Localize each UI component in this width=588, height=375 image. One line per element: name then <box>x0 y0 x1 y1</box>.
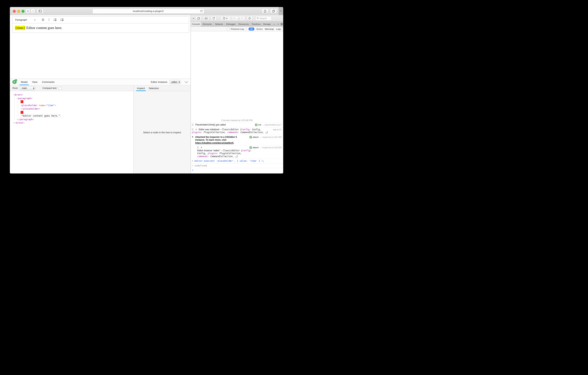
text-segment: < <box>13 93 15 96</box>
tab-inspect[interactable]: Inspect <box>135 85 147 91</box>
close-window-button[interactable] <box>13 10 16 13</box>
search-icon <box>257 17 259 19</box>
text-segment: plugins <box>208 152 217 155</box>
crosshair-icon <box>248 17 251 20</box>
inspect-selection-tabs: Inspect Selection <box>134 85 190 91</box>
source-location[interactable]: inspector.js:133:182 <box>262 136 282 139</box>
function-name[interactable]: attach <box>253 146 259 149</box>
tab-commands[interactable]: Commands <box>41 79 56 85</box>
tree-selection-marker-close[interactable]: ] <box>13 111 133 114</box>
reload-button[interactable] <box>200 10 203 13</box>
text-segment: [ <box>21 100 23 103</box>
tree-node-placeholder-open[interactable]: <placeholder name="time"> <box>13 104 133 107</box>
url-text: localhost/creating-a-plugin2/ <box>133 10 164 12</box>
zoom-window-button[interactable] <box>21 10 24 13</box>
url-bar[interactable]: localhost/creating-a-plugin2/ <box>93 9 204 14</box>
tab-console[interactable]: Console <box>191 22 201 26</box>
document-icon <box>223 17 225 20</box>
text-segment: = <box>45 104 46 107</box>
disclosure-triangle-icon[interactable] <box>201 147 202 148</box>
text-segment: $root <box>15 93 22 96</box>
tab-elements[interactable]: Elements <box>201 22 213 26</box>
chevron-down-icon[interactable] <box>34 19 36 21</box>
tab-debugger[interactable]: Debugger <box>225 22 237 26</box>
share-button[interactable] <box>262 9 268 13</box>
disclosure-triangle-expanded-icon[interactable] <box>192 136 193 138</box>
sidebar-toggle-button[interactable] <box>37 9 43 13</box>
message-text: Editor instance "editor" – ClassicEditor… <box>197 149 254 158</box>
bulleted-list-button[interactable] <box>60 19 63 21</box>
function-name[interactable]: attach <box>253 136 259 139</box>
detach-devtools-button[interactable] <box>196 16 201 21</box>
back-button[interactable] <box>26 9 30 13</box>
paragraph-dropdown[interactable]: Paragraph <box>15 18 27 21</box>
inspect-element-button[interactable] <box>247 16 253 21</box>
add-tab-button[interactable]: + <box>276 22 280 26</box>
preserve-log-checkbox[interactable] <box>227 28 230 30</box>
tab-overflow-button[interactable]: » <box>272 22 276 26</box>
inspector-tabs: Model View Commands <box>20 79 58 85</box>
ckeditor-logo-badge: 5 <box>15 79 17 81</box>
disclosure-triangle-icon[interactable] <box>196 129 197 130</box>
text-segment: commands <box>197 155 208 158</box>
detach-window-icon <box>197 17 200 20</box>
tree-node-paragraph-open[interactable]: <paragraph> <box>13 97 133 100</box>
result-text: undefined <box>195 164 207 167</box>
new-tab-button[interactable]: + <box>279 7 283 15</box>
text-segment: commands <box>227 131 238 134</box>
tree-node-placeholder-close[interactable]: </placeholder> <box>13 107 133 111</box>
minimize-window-button[interactable] <box>17 10 20 13</box>
console-prompt[interactable]: > <box>191 168 283 174</box>
dock-bottom-icon <box>205 17 207 20</box>
close-devtools-button[interactable]: × <box>193 17 194 20</box>
filter-logs-button[interactable]: Logs <box>276 28 281 30</box>
tree-node-root-open[interactable]: <$root> <box>13 93 133 97</box>
source-location[interactable]: inspector.js:133:326 <box>262 146 282 149</box>
error-icon <box>230 17 232 20</box>
tab-view[interactable]: View <box>31 79 39 85</box>
console-filter-bar: Preserve Log All Errors Warnings Logs <box>191 27 283 32</box>
editor-instance-select[interactable]: editor <box>169 80 181 84</box>
reload-page-button[interactable] <box>211 16 217 21</box>
collapse-inspector-button[interactable] <box>184 81 188 83</box>
devtools-settings-button[interactable] <box>280 22 283 26</box>
message-text: Attached the inspector to a CKEditor 5 i… <box>195 136 243 145</box>
text-segment: placeholder <box>23 107 39 110</box>
compact-text-checkbox[interactable] <box>59 87 62 90</box>
warning-icon <box>238 17 240 20</box>
text-segment: – <box>219 128 222 131</box>
bold-button[interactable]: B <box>42 18 44 22</box>
tab-model[interactable]: Model <box>20 79 29 85</box>
function-name[interactable]: init <box>258 123 261 126</box>
console-link[interactable]: https://ckeditor.com/docs/ckeditor5 <box>195 142 233 144</box>
tree-node-root-close[interactable]: </$root> <box>13 121 133 125</box>
italic-button[interactable]: I <box>48 18 49 22</box>
root-select[interactable]: main <box>20 86 35 90</box>
tab-network[interactable]: Network <box>213 22 225 26</box>
filter-errors-button[interactable]: Errors <box>257 28 262 30</box>
tab-storage[interactable]: Storage <box>262 22 272 26</box>
tab-resources[interactable]: Resources <box>237 22 251 26</box>
source-location[interactable]: app.js:21 <box>273 128 282 131</box>
devtools-search-input[interactable]: Search <box>255 16 272 21</box>
placeholder-widget[interactable]: {time} <box>15 26 25 30</box>
show-tabs-button[interactable] <box>270 9 277 13</box>
source-location[interactable]: placeholderui.js:7 <box>265 123 282 126</box>
forward-button[interactable] <box>31 9 35 13</box>
tree-selection-marker-open[interactable]: [ <box>13 100 133 104</box>
share-icon <box>264 10 266 13</box>
prompt-icon: > <box>192 169 193 172</box>
tab-selection[interactable]: Selection <box>147 85 161 91</box>
filter-all-button[interactable]: All <box>249 27 254 31</box>
log-icon <box>192 129 194 131</box>
text-segment: config <box>242 149 250 152</box>
tab-timelines[interactable]: Timelines <box>251 22 262 26</box>
editor-content-area[interactable]: {time} Editor content goes here. <box>12 23 189 33</box>
tree-node-paragraph-close[interactable]: </paragraph> <box>13 118 133 121</box>
numbered-list-button[interactable] <box>53 19 56 21</box>
text-segment: : PluginCollection, <box>217 152 242 155</box>
tree-text-node[interactable]: "Editor content goes here." <box>13 114 133 118</box>
resource-status-group[interactable]: 4 0 0 <box>220 16 245 21</box>
dock-to-bottom-button[interactable] <box>203 16 209 21</box>
filter-warnings-button[interactable]: Warnings <box>265 28 274 30</box>
